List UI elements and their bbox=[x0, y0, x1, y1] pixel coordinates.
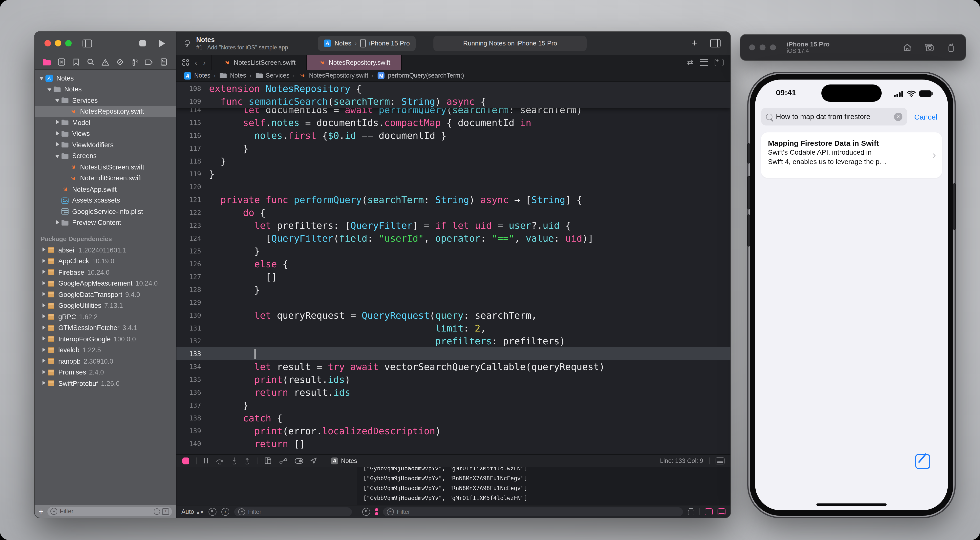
go-forward-icon[interactable]: › bbox=[203, 59, 205, 66]
breakpoints-toggle-icon[interactable] bbox=[182, 457, 189, 464]
home-icon[interactable] bbox=[903, 43, 912, 52]
find-navigator-icon[interactable] bbox=[86, 58, 95, 66]
code-line-124[interactable]: 124 [QueryFilter(field: "userId", operat… bbox=[177, 232, 730, 245]
code-line-108[interactable]: 108extension NotesRepository { bbox=[177, 82, 730, 95]
code-line-131[interactable]: 131 limit: 2, bbox=[177, 322, 730, 335]
screenshot-icon[interactable] bbox=[925, 43, 934, 52]
tab-noteslistscreen-swift[interactable]: NotesListScreen.swift bbox=[212, 55, 307, 70]
scheme-name[interactable]: Notes bbox=[334, 40, 352, 47]
code-line-140[interactable]: 140 return [] bbox=[177, 437, 730, 450]
volume-down-button[interactable] bbox=[748, 215, 750, 246]
sidebar-toggle-icon[interactable] bbox=[83, 39, 92, 47]
code-line-123[interactable]: 123 let prefilters: [QueryFilter] = if l… bbox=[177, 219, 730, 232]
disclosure-closed-icon[interactable] bbox=[41, 259, 47, 264]
jumpbar-item-notesrepository-swift[interactable]: NotesRepository.swift bbox=[298, 72, 368, 79]
test-navigator-icon[interactable] bbox=[116, 58, 124, 66]
code-line-136[interactable]: 136 return result.ids bbox=[177, 386, 730, 399]
search-input[interactable]: How to map dat from firestore × bbox=[761, 108, 907, 125]
variables-pane-toggle-icon[interactable] bbox=[705, 508, 713, 515]
inspector-toggle-icon[interactable] bbox=[710, 39, 721, 48]
view-hierarchy-icon[interactable] bbox=[264, 457, 272, 464]
package-item-abseil[interactable]: abseil1.2024011601.1 bbox=[35, 245, 176, 256]
package-item-firebase[interactable]: Firebase10.24.0 bbox=[35, 267, 176, 278]
code-line-116[interactable]: 116 notes.first {$0.id == documentId } bbox=[177, 129, 730, 142]
scheme-selector[interactable]: A Notes › iPhone 15 Pro bbox=[318, 36, 416, 51]
tree-item-notes[interactable]: ANotes bbox=[35, 73, 176, 84]
debug-area-toggle-icon[interactable] bbox=[716, 457, 724, 464]
code-line-126[interactable]: 126 else { bbox=[177, 257, 730, 270]
disclosure-closed-icon[interactable] bbox=[41, 348, 47, 353]
search-result-card[interactable]: Mapping Firestore Data in Swift Swift's … bbox=[761, 132, 942, 178]
stop-button[interactable] bbox=[139, 40, 146, 46]
compose-note-button[interactable] bbox=[915, 454, 930, 469]
disclosure-closed-icon[interactable] bbox=[41, 314, 47, 319]
jumpbar-item-performquery-searchterm[interactable]: MperformQuery(searchTerm:) bbox=[377, 72, 464, 79]
zoom-button[interactable] bbox=[65, 40, 72, 46]
rotate-icon[interactable] bbox=[947, 43, 955, 52]
tree-item-notes[interactable]: Notes bbox=[35, 84, 176, 95]
code-line-130[interactable]: 130 let queryRequest = QueryRequest(quer… bbox=[177, 309, 730, 322]
adjust-editor-icon[interactable] bbox=[700, 59, 708, 65]
code-line-117[interactable]: 117 } bbox=[177, 142, 730, 155]
console-output[interactable]: ["GybbVqm9jHoaodmwVpYv", "gMrO1fIiXM5f4l… bbox=[357, 467, 730, 505]
close-button[interactable] bbox=[45, 40, 51, 46]
info-icon[interactable]: i bbox=[221, 508, 229, 516]
issue-navigator-icon[interactable] bbox=[101, 58, 110, 66]
package-item-appcheck[interactable]: AppCheck10.19.0 bbox=[35, 256, 176, 267]
tree-item-services[interactable]: Services bbox=[35, 95, 176, 106]
disclosure-closed-icon[interactable] bbox=[41, 370, 47, 375]
tree-item-googleservice-info-plist[interactable]: GoogleService-Info.plist bbox=[35, 206, 176, 217]
disclosure-open-icon[interactable] bbox=[54, 154, 61, 159]
tree-item-noteeditscreen-swift[interactable]: NoteEditScreen.swift bbox=[35, 173, 176, 184]
disclosure-open-icon[interactable] bbox=[54, 98, 61, 103]
package-item-gtmsessionfetcher[interactable]: GTMSessionFetcher3.4.1 bbox=[35, 322, 176, 334]
step-over-icon[interactable] bbox=[215, 457, 224, 464]
disclosure-closed-icon[interactable] bbox=[41, 281, 47, 286]
disclosure-closed-icon[interactable] bbox=[54, 220, 61, 225]
tree-item-notesrepository-swift[interactable]: NotesRepository.swift bbox=[35, 106, 176, 117]
disclosure-closed-icon[interactable] bbox=[54, 143, 61, 148]
code-line-120[interactable]: 120 bbox=[177, 180, 730, 193]
debug-process-badge[interactable]: ANotes bbox=[331, 457, 357, 464]
disclosure-closed-icon[interactable] bbox=[54, 132, 61, 137]
jumpbar-item-services[interactable]: Services bbox=[255, 72, 290, 79]
disclosure-closed-icon[interactable] bbox=[41, 303, 47, 308]
scm-filter-icon[interactable]: ± bbox=[162, 508, 169, 515]
package-item-googledatatransport[interactable]: GoogleDataTransport9.4.0 bbox=[35, 289, 176, 300]
simulate-location-icon[interactable] bbox=[310, 457, 317, 464]
package-item-swiftprotobuf[interactable]: SwiftProtobuf1.26.0 bbox=[35, 378, 176, 389]
disclosure-open-icon[interactable] bbox=[38, 76, 45, 81]
disclosure-closed-icon[interactable] bbox=[41, 248, 47, 253]
disclosure-closed-icon[interactable] bbox=[41, 359, 47, 364]
tree-item-viewmodifiers[interactable]: ViewModifiers bbox=[35, 139, 176, 151]
source-control-navigator-icon[interactable] bbox=[57, 58, 65, 66]
disclosure-open-icon[interactable] bbox=[46, 87, 53, 92]
disclosure-closed-icon[interactable] bbox=[41, 326, 47, 330]
step-into-icon[interactable] bbox=[231, 457, 237, 464]
jumpbar-item-notes[interactable]: Notes bbox=[219, 72, 246, 79]
package-item-googleappmeasurement[interactable]: GoogleAppMeasurement10.24.0 bbox=[35, 278, 176, 289]
tree-item-notesapp-swift[interactable]: NotesApp.swift bbox=[35, 184, 176, 195]
code-line-138[interactable]: 138 catch { bbox=[177, 411, 730, 424]
console-quicklook-icon[interactable] bbox=[362, 508, 370, 516]
step-out-icon[interactable] bbox=[244, 457, 250, 464]
cancel-button[interactable]: Cancel bbox=[914, 113, 937, 121]
home-indicator[interactable] bbox=[816, 503, 886, 506]
tree-item-noteslistscreen-swift[interactable]: NotesListScreen.swift bbox=[35, 162, 176, 173]
tree-item-model[interactable]: Model bbox=[35, 117, 176, 128]
quicklook-icon[interactable] bbox=[208, 508, 216, 516]
report-navigator-icon[interactable] bbox=[160, 58, 168, 66]
add-file-button[interactable]: + bbox=[38, 507, 43, 516]
code-line-128[interactable]: 128 } bbox=[177, 283, 730, 296]
console-pane-toggle-icon[interactable] bbox=[718, 508, 725, 515]
library-add-button[interactable]: + bbox=[692, 38, 697, 49]
run-destination[interactable]: iPhone 15 Pro bbox=[369, 40, 410, 47]
code-line-118[interactable]: 118 } bbox=[177, 155, 730, 167]
tree-item-views[interactable]: Views bbox=[35, 128, 176, 139]
code-line-129[interactable]: 129 bbox=[177, 296, 730, 309]
tree-item-assets-xcassets[interactable]: Assets.xcassets bbox=[35, 195, 176, 206]
project-navigator-icon[interactable] bbox=[43, 58, 51, 66]
package-item-interopforgoogle[interactable]: InteropForGoogle100.0.0 bbox=[35, 334, 176, 345]
volume-up-button[interactable] bbox=[748, 176, 750, 209]
tab-notesrepository-swift[interactable]: NotesRepository.swift bbox=[307, 55, 402, 70]
